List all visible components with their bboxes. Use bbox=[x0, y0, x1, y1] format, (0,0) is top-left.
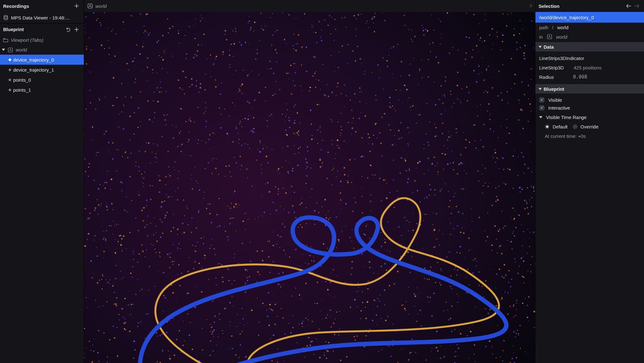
svg-point-461 bbox=[468, 358, 469, 359]
svg-point-937 bbox=[228, 269, 229, 270]
svg-point-2202 bbox=[487, 186, 489, 187]
svg-point-2505 bbox=[441, 189, 442, 190]
svg-point-498 bbox=[386, 183, 387, 184]
svg-point-90 bbox=[241, 145, 242, 146]
visible-row[interactable]: ✓ Visible bbox=[535, 94, 644, 103]
svg-point-190 bbox=[527, 305, 528, 306]
svg-point-181 bbox=[377, 64, 379, 66]
svg-point-805 bbox=[283, 284, 283, 285]
vtr-row[interactable]: Visible Time Range bbox=[535, 112, 644, 122]
svg-point-2085 bbox=[154, 117, 155, 118]
interactive-checkbox[interactable]: ✓ bbox=[539, 105, 545, 111]
caret-down-icon[interactable] bbox=[2, 49, 5, 51]
section-data[interactable]: Data bbox=[535, 42, 644, 51]
svg-point-2268 bbox=[269, 61, 271, 62]
selection-path[interactable]: /world/device_trajectory_0 bbox=[535, 12, 644, 23]
svg-point-2257 bbox=[528, 99, 529, 99]
svg-point-134 bbox=[267, 126, 268, 127]
in-value[interactable]: world bbox=[556, 34, 567, 40]
svg-point-848 bbox=[375, 13, 375, 14]
svg-point-2371 bbox=[433, 293, 435, 294]
entity-item-device_trajectory_0[interactable]: device_trajectory_0 bbox=[0, 55, 84, 65]
svg-point-199 bbox=[442, 34, 443, 35]
svg-point-812 bbox=[426, 133, 427, 134]
svg-point-1472 bbox=[426, 197, 428, 198]
svg-point-1229 bbox=[159, 256, 161, 257]
svg-point-739 bbox=[479, 285, 480, 286]
svg-point-1928 bbox=[453, 169, 454, 171]
svg-point-1801 bbox=[212, 132, 214, 134]
svg-point-809 bbox=[243, 318, 244, 320]
interactive-row[interactable]: ✓ Interactive bbox=[535, 103, 644, 112]
svg-point-1451 bbox=[336, 216, 337, 218]
svg-point-1196 bbox=[84, 28, 85, 29]
svg-point-1389 bbox=[325, 199, 326, 200]
svg-point-152 bbox=[492, 49, 492, 49]
svg-point-1867 bbox=[515, 315, 516, 316]
svg-point-2390 bbox=[169, 175, 171, 176]
svg-point-1762 bbox=[395, 331, 396, 332]
vtr-override-radio[interactable] bbox=[573, 124, 577, 129]
svg-point-875 bbox=[531, 171, 532, 173]
svg-point-129 bbox=[277, 235, 279, 236]
svg-point-205 bbox=[454, 329, 455, 330]
svg-point-2073 bbox=[528, 271, 528, 271]
vtr-override-label[interactable]: Override bbox=[581, 124, 599, 129]
svg-point-1289 bbox=[349, 159, 351, 161]
svg-point-2415 bbox=[267, 316, 269, 317]
svg-point-537 bbox=[234, 105, 235, 106]
arrow-right-icon bbox=[634, 4, 640, 8]
svg-point-591 bbox=[498, 186, 499, 187]
path-value[interactable]: world bbox=[557, 25, 568, 30]
selection-back-button[interactable] bbox=[625, 2, 633, 10]
caret-down-icon[interactable] bbox=[539, 116, 542, 118]
svg-point-1359 bbox=[451, 306, 453, 307]
add-recording-button[interactable] bbox=[72, 2, 81, 10]
svg-point-1699 bbox=[195, 166, 195, 167]
svg-point-1777 bbox=[292, 205, 293, 207]
svg-point-578 bbox=[471, 209, 472, 209]
entity-item-device_trajectory_1[interactable]: device_trajectory_1 bbox=[0, 65, 84, 75]
svg-point-958 bbox=[189, 26, 190, 27]
svg-point-1036 bbox=[424, 214, 425, 215]
svg-point-1760 bbox=[217, 226, 218, 227]
svg-point-744 bbox=[162, 35, 164, 36]
section-blueprint[interactable]: Blueprint bbox=[535, 84, 644, 94]
svg-point-999 bbox=[476, 266, 477, 267]
vtr-default-label[interactable]: Default bbox=[553, 124, 568, 129]
svg-point-1625 bbox=[465, 139, 467, 141]
svg-point-1879 bbox=[244, 284, 245, 284]
svg-point-833 bbox=[503, 169, 504, 170]
svg-point-1023 bbox=[405, 160, 406, 162]
reset-blueprint-button[interactable] bbox=[64, 25, 72, 34]
svg-point-2368 bbox=[212, 160, 212, 161]
viewport-tabs-row[interactable]: Viewport (Tabs) bbox=[0, 35, 84, 45]
svg-point-1046 bbox=[154, 249, 155, 250]
svg-point-1721 bbox=[467, 335, 468, 336]
svg-point-1793 bbox=[234, 191, 235, 192]
vtr-default-radio[interactable] bbox=[545, 124, 550, 129]
svg-point-638 bbox=[159, 335, 160, 336]
svg-point-2246 bbox=[313, 256, 314, 257]
help-button[interactable]: ? bbox=[530, 4, 532, 8]
svg-point-2309 bbox=[502, 157, 504, 159]
selection-forward-button[interactable] bbox=[633, 2, 641, 10]
svg-point-1214 bbox=[127, 157, 129, 158]
svg-point-223 bbox=[167, 254, 169, 255]
svg-point-230 bbox=[530, 232, 531, 233]
entity-item-points_1[interactable]: points_1 bbox=[0, 85, 84, 95]
recording-entry[interactable]: MPS Data Viewer - 19:48:… bbox=[0, 12, 84, 23]
svg-point-124 bbox=[155, 157, 156, 158]
svg-point-956 bbox=[340, 126, 342, 127]
entity-item-points_0[interactable]: points_0 bbox=[0, 75, 84, 85]
viewport-3d[interactable] bbox=[84, 12, 535, 363]
svg-point-2278 bbox=[304, 357, 305, 358]
svg-point-1166 bbox=[480, 139, 481, 140]
svg-point-721 bbox=[102, 275, 103, 276]
visible-checkbox[interactable]: ✓ bbox=[539, 97, 545, 103]
world-row[interactable]: world bbox=[0, 45, 84, 55]
svg-point-309 bbox=[311, 260, 312, 261]
svg-point-1742 bbox=[412, 41, 413, 42]
svg-point-19 bbox=[365, 115, 366, 117]
add-spaceview-button[interactable] bbox=[72, 25, 81, 34]
